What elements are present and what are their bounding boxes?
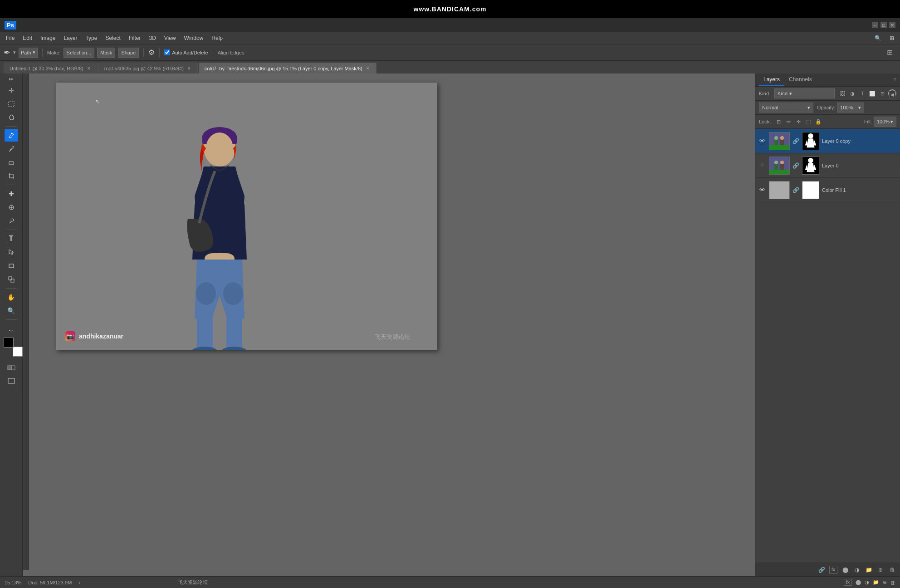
tool-eraser[interactable] (5, 156, 18, 169)
tool-direct-select[interactable] (5, 246, 18, 259)
menu-window[interactable]: Window (181, 34, 207, 43)
tool-more[interactable]: ... (5, 322, 18, 335)
arrange-button[interactable]: ⊞ (886, 34, 898, 43)
status-mask-btn[interactable]: ⬤ (856, 579, 861, 585)
menu-view[interactable]: View (161, 34, 180, 43)
path-dropdown[interactable]: Path ▾ (19, 48, 38, 58)
menu-type[interactable]: Type (82, 34, 101, 43)
tool-dodge[interactable] (5, 215, 18, 227)
tab-roof-close[interactable]: ✕ (186, 66, 192, 71)
lock-position-icon[interactable]: ✛ (794, 118, 802, 126)
tab-cold7-close[interactable]: ✕ (365, 66, 371, 71)
status-folder-btn[interactable]: 📁 (873, 579, 879, 585)
layer-link-icon[interactable]: 🔗 (817, 566, 826, 574)
layer-link-layer0[interactable]: 🔗 (792, 162, 799, 169)
filter-shape-icon[interactable]: ⬜ (868, 89, 876, 98)
status-delete-btn[interactable]: 🗑 (890, 580, 895, 585)
tool-move[interactable]: ✛ (5, 84, 18, 97)
minimize-button[interactable]: ─ (872, 22, 878, 28)
layer-visibility-layer0copy[interactable]: 👁 (758, 137, 766, 145)
auto-add-delete-input[interactable] (164, 49, 170, 55)
toolbar-expand-btn[interactable]: ▸▸ (9, 76, 14, 81)
layer-item-layer0copy[interactable]: 👁 🔗 (755, 129, 900, 153)
background-color[interactable] (13, 347, 23, 357)
filter-pixel-icon[interactable]: 🖼 (838, 89, 846, 98)
layer-adj-icon[interactable]: ◑ (853, 566, 861, 574)
layer-visibility-colorfill1[interactable]: 👁 (758, 186, 766, 194)
layer-link-layer0copy[interactable]: 🔗 (792, 138, 799, 144)
foreground-color[interactable] (4, 338, 14, 348)
status-fx-btn[interactable]: fx (844, 579, 852, 586)
layer-folder-icon[interactable]: 📁 (865, 566, 873, 574)
search-button[interactable]: 🔍 (871, 34, 885, 43)
status-arrow[interactable]: › (78, 580, 80, 585)
filter-adj-icon[interactable]: ◑ (848, 89, 856, 98)
filter-type-icon[interactable]: T (858, 89, 866, 98)
menu-file[interactable]: File (2, 34, 18, 43)
tab-channels[interactable]: Channels (784, 74, 817, 86)
tool-zoom[interactable]: 🔍 (5, 304, 18, 317)
tool-heal[interactable]: ✚ (5, 187, 18, 200)
tool-hand[interactable]: ✋ (5, 291, 18, 304)
lock-artboard-icon[interactable]: ⬚ (804, 118, 812, 126)
tool-screen-mode[interactable] (5, 375, 18, 387)
lock-paint-icon[interactable]: ✏ (784, 118, 792, 126)
svg-rect-30 (774, 140, 778, 145)
tool-clone[interactable] (5, 201, 18, 214)
gear-icon[interactable]: ⚙ (148, 48, 155, 57)
layer-item-layer0[interactable]: 👁 🔗 (755, 153, 900, 178)
opacity-value[interactable]: 100% ▾ (837, 103, 864, 113)
lock-all-icon[interactable]: 🔒 (814, 118, 822, 126)
tab-layers[interactable]: Layers (759, 74, 784, 86)
blend-mode-dropdown[interactable]: Normal ▾ (759, 103, 813, 113)
panel-menu-btn[interactable]: ≡ (893, 77, 896, 83)
options-icons-btn[interactable]: ⊞ (887, 48, 893, 57)
mask-btn[interactable]: Mask (97, 48, 115, 58)
fill-value[interactable]: 100% ▾ (874, 117, 896, 127)
menu-help[interactable]: Help (208, 34, 226, 43)
kind-dropdown[interactable]: Kind ▾ (774, 88, 835, 98)
canvas-area[interactable]: 📷 andhikazanuar 飞天资源论坛 ↖ (23, 74, 755, 576)
status-adj-btn[interactable]: ◑ (865, 579, 869, 585)
maximize-button[interactable]: □ (880, 22, 887, 28)
auto-add-delete-checkbox[interactable]: Auto Add/Delete (164, 49, 208, 55)
menu-select[interactable]: Select (102, 34, 124, 43)
tool-custom-shape[interactable] (5, 273, 18, 286)
tool-text[interactable]: T (5, 232, 18, 245)
layer-fx-icon[interactable]: fx (829, 566, 837, 574)
layer-link-colorfill1[interactable]: 🔗 (792, 187, 799, 193)
layer-item-colorfill1[interactable]: 👁 🔗 Color Fill 1 (755, 178, 900, 202)
lock-pixels-icon[interactable]: ⊡ (774, 118, 783, 126)
tool-quick-mask[interactable] (5, 361, 18, 374)
tool-pen[interactable] (5, 129, 18, 142)
menu-edit[interactable]: Edit (19, 34, 36, 43)
layer-mask-icon[interactable]: ⬤ (841, 566, 849, 574)
layer-visibility-layer0[interactable]: 👁 (758, 162, 766, 170)
tool-lasso[interactable] (5, 111, 18, 124)
vertical-scroll-left[interactable] (23, 74, 29, 570)
selection-btn[interactable]: Selection... (64, 48, 94, 58)
tool-brush[interactable] (5, 142, 18, 155)
menu-3d[interactable]: 3D (145, 34, 159, 43)
tab-cold7[interactable]: cold7_by_faestock-d6mj06n.jpg @ 15.1% (L… (199, 63, 377, 74)
tab-untitled-close[interactable]: ✕ (86, 66, 92, 71)
layer-delete-icon[interactable]: 🗑 (888, 566, 896, 574)
pen-tool-icon[interactable]: ✒ (4, 48, 10, 58)
tab-roof[interactable]: roof-540835.jpg @ 42.9% (RGB/8#) ✕ (98, 63, 198, 74)
menu-image[interactable]: Image (37, 34, 59, 43)
panel-collapse-btn[interactable]: ◀ (889, 91, 895, 98)
tool-rect-shape[interactable] (5, 260, 18, 272)
tab-untitled[interactable]: Untitled-1 @ 30.3% (box, RGB/8) ✕ (4, 63, 98, 74)
tool-marquee[interactable] (5, 98, 18, 110)
layer-new-icon[interactable]: ⊕ (876, 566, 885, 574)
filter-smartobj-icon[interactable]: ⊡ (878, 89, 886, 98)
shape-btn[interactable]: Shape (118, 48, 139, 58)
status-new-layer-btn[interactable]: ⊕ (883, 579, 887, 585)
menu-layer[interactable]: Layer (60, 34, 81, 43)
tool-crop[interactable] (5, 170, 18, 182)
menu-filter[interactable]: Filter (125, 34, 145, 43)
svg-rect-8 (9, 264, 14, 268)
color-boxes[interactable] (4, 338, 19, 353)
pen-tool-dropdown-arrow[interactable]: ▾ (13, 49, 16, 55)
close-button[interactable]: ✕ (889, 22, 895, 28)
